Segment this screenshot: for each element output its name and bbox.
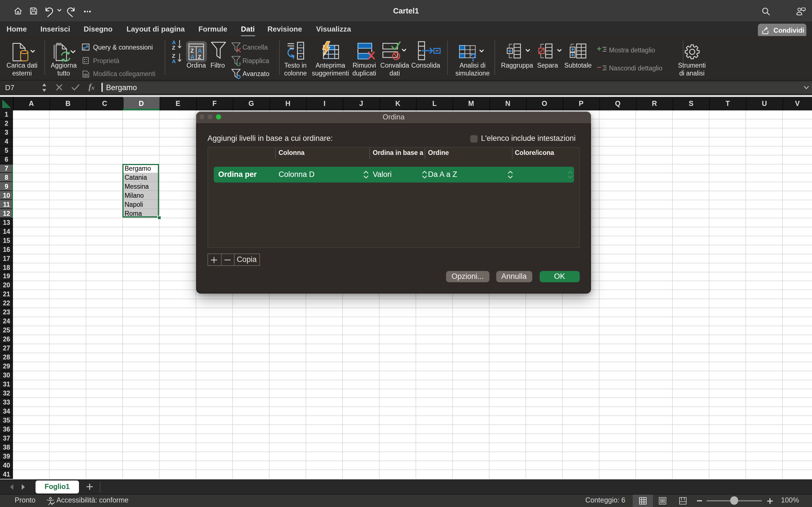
svg-text:A: A (172, 58, 176, 64)
svg-text:?: ? (470, 51, 476, 63)
svg-text:A: A (191, 54, 195, 60)
svg-text:Z: Z (191, 48, 194, 54)
svg-text:Z: Z (172, 45, 175, 51)
svg-text:A: A (172, 40, 176, 45)
svg-text:Z: Z (172, 53, 175, 59)
svg-text:Z: Z (198, 54, 201, 60)
svg-text:A: A (198, 48, 202, 54)
